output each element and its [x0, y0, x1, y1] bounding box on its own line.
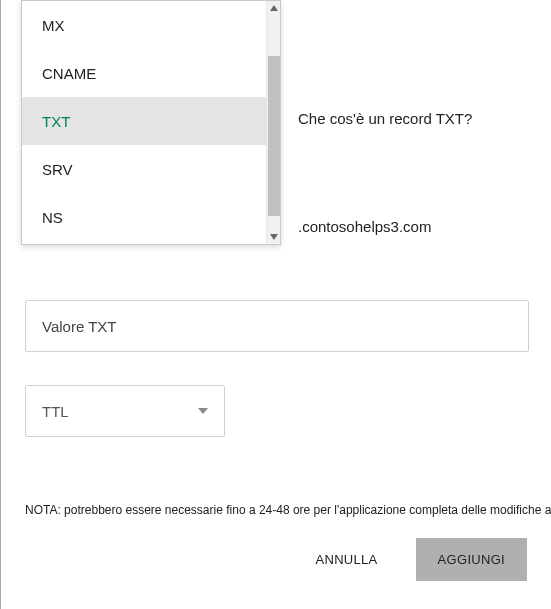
record-type-dropdown[interactable]: MX CNAME TXT SRV NS	[21, 0, 281, 245]
ttl-select[interactable]: TTL	[25, 385, 225, 437]
svg-marker-0	[270, 5, 278, 11]
ttl-select-label: TTL	[42, 403, 69, 420]
record-type-option-mx[interactable]: MX	[22, 1, 266, 49]
form-actions: ANNULLA AGGIUNGI	[308, 538, 527, 581]
record-type-option-txt[interactable]: TXT	[22, 97, 266, 145]
domain-suffix-label: .contosohelps3.com	[298, 218, 431, 235]
svg-marker-1	[270, 234, 278, 240]
add-button[interactable]: AGGIUNGI	[416, 538, 527, 581]
record-type-option-cname[interactable]: CNAME	[22, 49, 266, 97]
txt-value-input[interactable]	[25, 300, 529, 352]
dropdown-scrollbar[interactable]	[266, 1, 280, 244]
cancel-button[interactable]: ANNULLA	[308, 542, 386, 577]
help-link-txt-record[interactable]: Che cos'è un record TXT?	[298, 110, 472, 127]
scroll-up-icon[interactable]	[267, 1, 281, 15]
chevron-down-icon	[198, 408, 208, 414]
record-type-option-list: MX CNAME TXT SRV NS	[22, 1, 266, 244]
dns-propagation-note: NOTA: potrebbero essere necessarie fino …	[25, 503, 551, 517]
scrollbar-thumb[interactable]	[268, 56, 280, 216]
record-type-option-srv[interactable]: SRV	[22, 145, 266, 193]
record-type-option-ns[interactable]: NS	[22, 193, 266, 241]
scroll-down-icon[interactable]	[267, 230, 281, 244]
dns-record-form: Che cos'è un record TXT? .contosohelps3.…	[0, 0, 551, 609]
